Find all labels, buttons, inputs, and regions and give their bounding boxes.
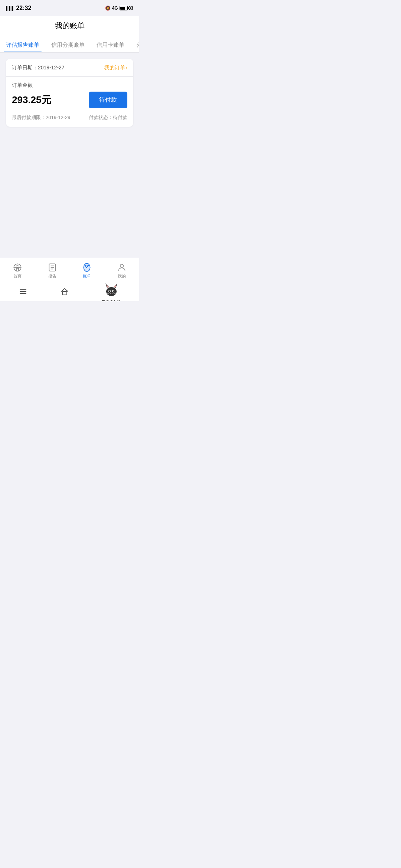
signal-icon: ▌▌▌ (6, 6, 14, 10)
nav-mine-label: 我的 (118, 273, 126, 279)
nav-report-label: 报告 (48, 273, 56, 279)
order-card: 订单日期：2019-12-27 我的订单 › 订单金额 293.25元 待付款 … (6, 59, 133, 127)
system-home-button[interactable] (60, 287, 69, 296)
order-amount-row: 293.25元 待付款 (12, 92, 127, 108)
bill-icon (82, 263, 92, 272)
nav-report[interactable]: 报告 (35, 261, 70, 280)
divider (6, 76, 133, 77)
chevron-right-icon: › (126, 65, 127, 70)
bottom-nav: 首页 报告 (0, 258, 139, 282)
svg-point-19 (113, 290, 114, 292)
order-top-row: 订单日期：2019-12-27 我的订单 › (12, 65, 127, 71)
report-icon (48, 263, 57, 272)
main-content: 订单日期：2019-12-27 我的订单 › 订单金额 293.25元 待付款 … (0, 53, 139, 258)
system-menu-button[interactable] (19, 287, 27, 296)
order-amount-value: 293.25元 (12, 93, 51, 106)
header: 我的账单 (0, 16, 139, 37)
battery-indicator: 83 (120, 6, 133, 11)
nav-bill-label: 账单 (83, 273, 91, 279)
tab-evaluation[interactable]: 评估报告账单 (0, 37, 45, 52)
status-bar: ▌▌▌ 22:32 🔕 4G 83 (0, 0, 139, 16)
nav-bill[interactable]: 账单 (70, 261, 105, 280)
system-nav: BLACK CAT (0, 282, 139, 301)
black-cat-logo: BLACK CAT (102, 281, 121, 302)
black-cat-icon (102, 281, 120, 299)
status-right: 🔕 4G 83 (105, 6, 133, 11)
battery-level: 83 (128, 6, 133, 11)
battery-fill (120, 7, 125, 10)
network-type: 4G (112, 6, 118, 11)
nav-home-label: 首页 (13, 273, 22, 279)
tab-credit-installment[interactable]: 信用分期账单 (45, 37, 91, 52)
svg-rect-1 (16, 268, 19, 271)
tab-credit-card[interactable]: 信用卡账单 (91, 37, 130, 52)
mine-icon (117, 263, 127, 272)
battery-icon (120, 6, 128, 10)
svg-point-11 (106, 287, 117, 296)
payment-status: 付款状态：待付款 (89, 114, 127, 121)
black-cat-text: BLACK CAT (102, 299, 121, 302)
mute-icon: 🔕 (105, 6, 111, 11)
order-bottom-row: 最后付款期限：2019-12-29 付款状态：待付款 (12, 114, 127, 121)
deadline-text: 最后付款期限：2019-12-29 (12, 114, 71, 121)
tab-provident-fund[interactable]: 公积金账单 (130, 37, 139, 52)
tabs-container: 评估报告账单 信用分期账单 信用卡账单 公积金账单 (0, 37, 139, 53)
page-wrapper: ▌▌▌ 22:32 🔕 4G 83 我的账单 评估报告账单 信用分期账单 信用卡… (0, 0, 139, 301)
nav-mine[interactable]: 我的 (104, 261, 139, 280)
nav-home[interactable]: 首页 (0, 261, 35, 280)
svg-rect-10 (62, 292, 67, 295)
status-left: ▌▌▌ 22:32 (6, 5, 31, 11)
order-date: 订单日期：2019-12-27 (12, 65, 65, 71)
svg-point-6 (120, 264, 124, 267)
svg-point-18 (109, 290, 110, 292)
home-icon (13, 263, 22, 272)
time: 22:32 (16, 5, 31, 11)
page-title: 我的账单 (55, 22, 85, 30)
my-order-link[interactable]: 我的订单 › (104, 65, 127, 71)
pay-button[interactable]: 待付款 (89, 92, 127, 108)
svg-point-20 (111, 293, 112, 293)
order-amount-label: 订单金额 (12, 82, 127, 89)
